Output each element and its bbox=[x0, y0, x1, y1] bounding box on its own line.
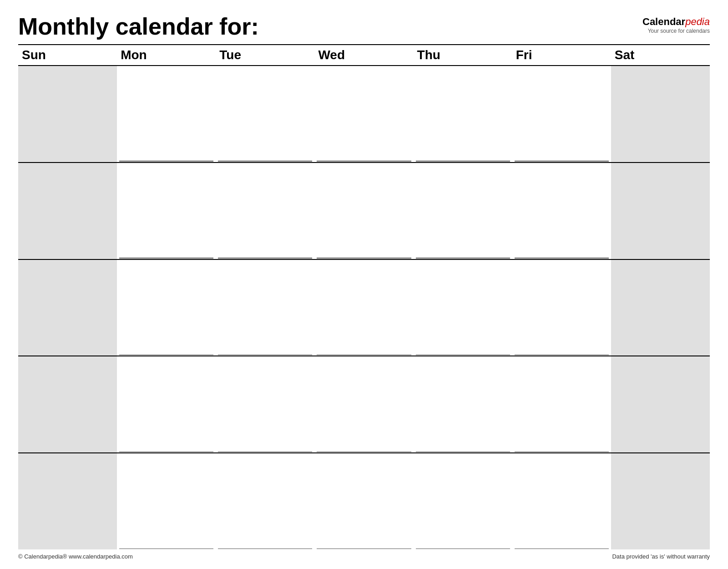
header-thu: Thu bbox=[414, 45, 512, 65]
cell-r4-tue[interactable] bbox=[216, 356, 314, 452]
cell-r3-tue[interactable] bbox=[216, 260, 314, 356]
header-wed: Wed bbox=[314, 45, 413, 65]
cell-r5-tue[interactable] bbox=[216, 453, 314, 549]
logo-text: Calendarpedia bbox=[642, 16, 710, 28]
cell-r4-sat[interactable] bbox=[611, 356, 710, 452]
logo-pedia: pedia bbox=[685, 16, 710, 27]
calendar-row bbox=[18, 66, 710, 163]
cell-r2-wed[interactable] bbox=[314, 163, 413, 259]
logo-brand: Calendar bbox=[642, 16, 685, 27]
cell-r4-sun[interactable] bbox=[18, 356, 117, 452]
calendar-row bbox=[18, 356, 710, 453]
calendar-grid: Sun Mon Tue Wed Thu Fri Sat bbox=[18, 44, 710, 549]
header-fri: Fri bbox=[512, 45, 611, 65]
calendar-row bbox=[18, 163, 710, 260]
footer-disclaimer: Data provided 'as is' without warranty bbox=[612, 553, 710, 560]
cell-r2-sun[interactable] bbox=[18, 163, 117, 259]
cell-r1-sat[interactable] bbox=[611, 66, 710, 162]
cell-r3-sun[interactable] bbox=[18, 260, 117, 356]
calendar-row bbox=[18, 453, 710, 549]
cell-r1-sun[interactable] bbox=[18, 66, 117, 162]
footer-copyright: © Calendarpedia® www.calendarpedia.com bbox=[18, 553, 133, 560]
cell-r2-sat[interactable] bbox=[611, 163, 710, 259]
day-headers: Sun Mon Tue Wed Thu Fri Sat bbox=[18, 45, 710, 66]
cell-r2-mon[interactable] bbox=[117, 163, 216, 259]
logo-subtitle: Your source for calendars bbox=[648, 28, 710, 34]
cell-r3-fri[interactable] bbox=[512, 260, 611, 356]
cell-r5-sun[interactable] bbox=[18, 453, 117, 549]
cell-r4-mon[interactable] bbox=[117, 356, 216, 452]
calendar-rows bbox=[18, 66, 710, 549]
cell-r1-tue[interactable] bbox=[216, 66, 314, 162]
header-sun: Sun bbox=[18, 45, 117, 65]
cell-r2-thu[interactable] bbox=[414, 163, 512, 259]
cell-r3-wed[interactable] bbox=[314, 260, 413, 356]
cell-r5-sat[interactable] bbox=[611, 453, 710, 549]
header-mon: Mon bbox=[117, 45, 216, 65]
header-tue: Tue bbox=[216, 45, 314, 65]
footer: © Calendarpedia® www.calendarpedia.com D… bbox=[18, 549, 710, 560]
cell-r1-fri[interactable] bbox=[512, 66, 611, 162]
cell-r2-fri[interactable] bbox=[512, 163, 611, 259]
cell-r4-wed[interactable] bbox=[314, 356, 413, 452]
cell-r3-mon[interactable] bbox=[117, 260, 216, 356]
cell-r1-thu[interactable] bbox=[414, 66, 512, 162]
cell-r5-fri[interactable] bbox=[512, 453, 611, 549]
page-wrapper: Monthly calendar for: Calendarpedia Your… bbox=[0, 0, 728, 569]
cell-r5-wed[interactable] bbox=[314, 453, 413, 549]
page-header: Monthly calendar for: Calendarpedia Your… bbox=[18, 14, 710, 40]
cell-r3-sat[interactable] bbox=[611, 260, 710, 356]
cell-r1-wed[interactable] bbox=[314, 66, 413, 162]
cell-r5-mon[interactable] bbox=[117, 453, 216, 549]
cell-r3-thu[interactable] bbox=[414, 260, 512, 356]
cell-r4-fri[interactable] bbox=[512, 356, 611, 452]
cell-r2-tue[interactable] bbox=[216, 163, 314, 259]
header-sat: Sat bbox=[611, 45, 710, 65]
page-title: Monthly calendar for: bbox=[18, 14, 259, 40]
calendar-row bbox=[18, 260, 710, 357]
cell-r5-thu[interactable] bbox=[414, 453, 512, 549]
cell-r4-thu[interactable] bbox=[414, 356, 512, 452]
logo-area: Calendarpedia Your source for calendars bbox=[642, 14, 710, 34]
cell-r1-mon[interactable] bbox=[117, 66, 216, 162]
